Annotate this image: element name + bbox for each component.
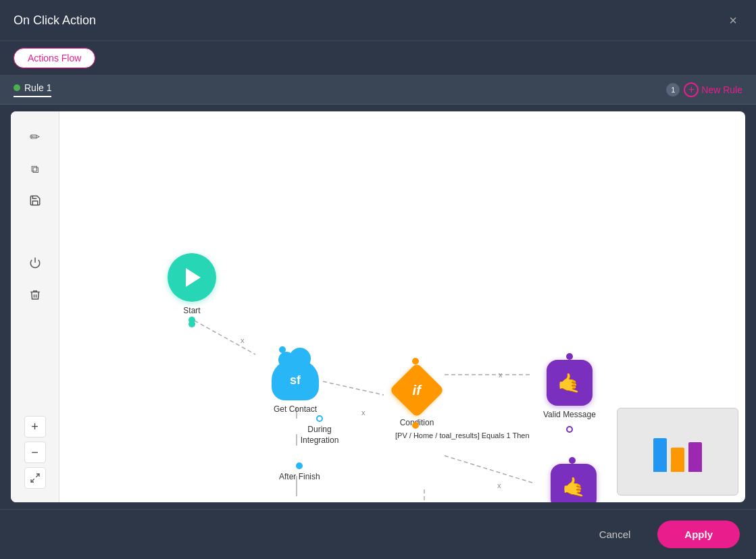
fit-icon: [30, 473, 41, 483]
modal-footer: Cancel Apply: [0, 509, 756, 559]
save-icon: [29, 194, 41, 209]
condition-diamond-wrap: if: [393, 367, 440, 414]
new-rule-area: 1 + New Rule: [666, 82, 742, 97]
edit-icon: ✏: [30, 130, 40, 144]
valid-msg-icon: 🤙: [557, 372, 581, 394]
after-finish-dot: [296, 462, 303, 469]
svg-line-1: [36, 474, 39, 477]
valid-msg-shape: 🤙: [547, 360, 593, 406]
modal-container: On Click Action × Actions Flow Rule 1 1 …: [0, 0, 756, 559]
start-bottom-dot: [188, 317, 195, 323]
left-toolbar: ✏ ⧉: [11, 111, 59, 502]
after-finish-node[interactable]: After Finish: [279, 462, 320, 483]
conn-label-start-sf: x: [241, 336, 245, 344]
svg-line-2: [31, 479, 34, 482]
mini-bar-2: [671, 448, 684, 472]
valid-output-dot: [566, 426, 573, 433]
start-node[interactable]: Start: [168, 253, 216, 317]
flow-area: Start x sf Get Contact: [59, 111, 745, 502]
rule-tab[interactable]: Rule 1: [14, 82, 51, 97]
mini-bars: [653, 431, 702, 472]
mini-bar-3: [688, 442, 702, 472]
get-contact-node[interactable]: sf Get Contact: [272, 360, 319, 415]
rule-status-dot: [14, 84, 20, 91]
valid-message-node[interactable]: 🤙 Valid Message: [543, 360, 596, 433]
invalid-input-dot: [569, 457, 576, 464]
condition-detail-label: [PV / Home / toal_results] Equals 1 Then: [395, 431, 530, 440]
fit-button[interactable]: [24, 467, 46, 489]
power-button[interactable]: [23, 250, 47, 275]
svg-line-6: [445, 456, 532, 483]
condition-if-label: if: [413, 383, 421, 398]
actions-flow-tab[interactable]: Actions Flow: [14, 48, 95, 68]
toolbar-tools-group: ✏ ⧉: [23, 125, 47, 214]
condition-diamond: if: [389, 363, 445, 418]
start-label: Start: [183, 306, 200, 317]
power-icon: [29, 257, 41, 269]
tab-bar: Actions Flow: [0, 41, 756, 76]
trash-button[interactable]: [23, 283, 47, 307]
during-integration-label: During Integration: [293, 425, 347, 446]
during-integration-node[interactable]: During Integration: [293, 415, 347, 446]
invalid-message-node[interactable]: 🤙 Invalid Message: [545, 464, 603, 502]
zoom-controls: + −: [24, 416, 46, 489]
close-button[interactable]: ×: [724, 11, 742, 30]
mini-preview: [617, 408, 738, 496]
invalid-msg-shape: 🤙: [551, 464, 597, 502]
conn-label-cond-invalid: x: [497, 481, 501, 489]
get-contact-label: Get Contact: [274, 404, 317, 415]
condition-input-dot: [412, 358, 419, 365]
rule-label: Rule 1: [24, 82, 51, 93]
mini-bar-1: [653, 438, 667, 472]
conn-label-cond-valid: x: [499, 371, 503, 379]
toolbar-actions-group: [23, 250, 47, 307]
condition-output-dot: [412, 422, 419, 429]
rule-bar: Rule 1 1 + New Rule: [0, 76, 756, 105]
cancel-button[interactable]: Cancel: [580, 521, 650, 548]
edit-button[interactable]: ✏: [23, 125, 47, 149]
condition-node[interactable]: if Condition: [393, 367, 440, 429]
invalid-msg-icon: 🤙: [562, 476, 586, 498]
after-finish-label: After Finish: [279, 472, 320, 483]
play-icon: [186, 268, 201, 287]
copy-button[interactable]: ⧉: [23, 157, 47, 182]
new-rule-button[interactable]: + New Rule: [684, 82, 742, 97]
svg-line-3: [195, 321, 255, 354]
valid-input-dot: [566, 353, 573, 360]
during-integration-dot: [316, 415, 323, 422]
mini-preview-inner: [618, 408, 738, 495]
copy-icon: ⧉: [31, 163, 39, 176]
sf-text: sf: [290, 373, 301, 388]
zoom-in-button[interactable]: +: [24, 416, 46, 437]
modal-title: On Click Action: [14, 14, 96, 28]
apply-button[interactable]: Apply: [657, 521, 740, 548]
conn-label-sf-cond: x: [361, 408, 366, 417]
svg-line-4: [323, 381, 384, 395]
new-rule-label: New Rule: [701, 84, 742, 95]
flow-canvas[interactable]: ✏ ⧉: [11, 111, 745, 502]
zoom-out-button[interactable]: −: [24, 442, 46, 463]
condition-detail: [PV / Home / toal_results] Equals 1 Then: [395, 429, 530, 441]
info-badge: 1: [666, 83, 680, 97]
start-circle: [168, 253, 216, 302]
trash-icon: [29, 289, 41, 301]
sf-cloud-shape: sf: [272, 360, 319, 400]
canvas-wrapper: ✏ ⧉: [0, 105, 756, 509]
save-button[interactable]: [23, 190, 47, 214]
modal-header: On Click Action ×: [0, 0, 756, 41]
valid-message-label: Valid Message: [543, 410, 596, 421]
plus-circle-icon: +: [684, 82, 699, 97]
